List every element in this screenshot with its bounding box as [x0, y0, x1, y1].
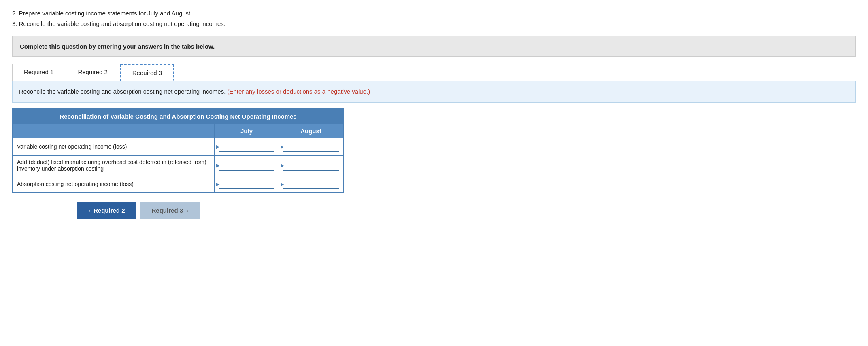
row2-july-input[interactable] — [219, 160, 274, 171]
row2-description: Add (deduct) fixed manufacturing overhea… — [13, 155, 214, 175]
col-august-header: August — [279, 124, 343, 138]
table-row: Add (deduct) fixed manufacturing overhea… — [13, 155, 343, 175]
row3-august-cell[interactable] — [279, 175, 343, 192]
next-button[interactable]: Required 3 › — [140, 202, 200, 219]
tab-content-area: Reconcile the variable costing and absor… — [12, 81, 856, 103]
tab-required3[interactable]: Required 3 — [120, 64, 174, 81]
table-header-row: July August — [13, 124, 343, 138]
next-label: Required 3 — [152, 207, 183, 214]
tab-required1[interactable]: Required 1 — [12, 64, 65, 81]
table-row: Variable costing net operating income (l… — [13, 138, 343, 155]
row1-july-cell[interactable] — [214, 138, 279, 155]
row2-august-cell[interactable] — [279, 155, 343, 175]
reconciliation-table-wrapper: Reconciliation of Variable Costing and A… — [12, 108, 344, 193]
prev-arrow-icon: ‹ — [88, 207, 90, 214]
row1-description: Variable costing net operating income (l… — [13, 138, 214, 155]
banner-text: Complete this question by entering your … — [20, 43, 215, 50]
col-description-header — [13, 124, 214, 138]
prev-label: Required 2 — [94, 207, 125, 214]
table-row: Absorption costing net operating income … — [13, 175, 343, 192]
row2-august-input[interactable] — [283, 160, 339, 171]
tab-red-text: (Enter any losses or deductions as a neg… — [227, 88, 370, 95]
table-title: Reconciliation of Variable Costing and A… — [13, 109, 343, 124]
row1-august-cell[interactable] — [279, 138, 343, 155]
instruction-line2: 3. Reconcile the variable costing and ab… — [12, 19, 856, 29]
complete-banner: Complete this question by entering your … — [12, 36, 856, 57]
instruction-line1: 2. Prepare variable costing income state… — [12, 8, 856, 19]
tabs-container: Required 1 Required 2 Required 3 — [12, 64, 856, 81]
row3-august-input[interactable] — [283, 179, 339, 189]
reconciliation-table: July August Variable costing net operati… — [13, 124, 343, 192]
prev-button[interactable]: ‹ Required 2 — [77, 202, 136, 219]
row3-description: Absorption costing net operating income … — [13, 175, 214, 192]
row2-july-cell[interactable] — [214, 155, 279, 175]
next-arrow-icon: › — [186, 207, 188, 214]
row3-july-input[interactable] — [219, 179, 274, 189]
tab-main-text: Reconcile the variable costing and absor… — [19, 88, 226, 95]
nav-buttons: ‹ Required 2 Required 3 › — [77, 202, 856, 219]
tab-required2[interactable]: Required 2 — [66, 64, 119, 81]
row1-august-input[interactable] — [283, 141, 339, 152]
row3-july-cell[interactable] — [214, 175, 279, 192]
col-july-header: July — [214, 124, 279, 138]
row1-july-input[interactable] — [219, 141, 274, 152]
instructions: 2. Prepare variable costing income state… — [12, 8, 856, 29]
